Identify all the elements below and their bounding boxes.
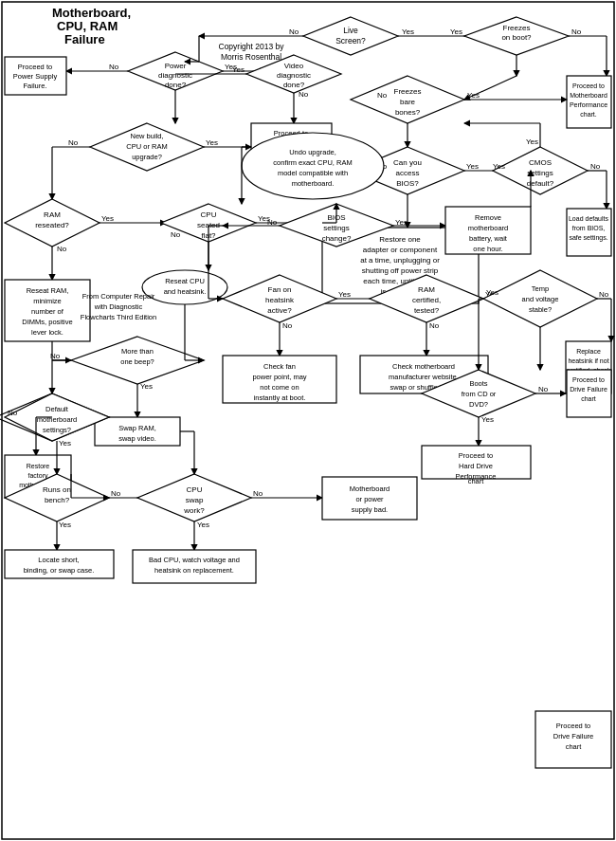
- svg-text:No: No: [429, 321, 440, 330]
- svg-text:No: No: [57, 245, 67, 253]
- svg-text:Replace: Replace: [576, 348, 601, 356]
- svg-text:done?: done?: [165, 81, 187, 89]
- svg-text:CPU: CPU: [187, 485, 203, 494]
- svg-text:No: No: [289, 27, 299, 36]
- svg-text:Yes: Yes: [467, 91, 480, 100]
- svg-text:minimize: minimize: [33, 297, 62, 305]
- svg-text:power point, may: power point, may: [252, 373, 306, 381]
- svg-text:Screen?: Screen?: [335, 36, 366, 46]
- svg-text:Bad CPU, watch voltage and: Bad CPU, watch voltage and: [149, 556, 240, 564]
- svg-text:motherboard: motherboard: [468, 224, 509, 232]
- svg-text:Proceed to: Proceed to: [572, 376, 605, 383]
- svg-text:bones?: bones?: [395, 108, 421, 117]
- svg-text:Load defaults: Load defaults: [569, 215, 609, 222]
- svg-text:No: No: [68, 138, 79, 147]
- svg-text:No: No: [377, 91, 388, 100]
- svg-text:No: No: [111, 489, 121, 498]
- svg-text:Yes: Yes: [481, 415, 494, 424]
- svg-text:Reseat RAM,: Reseat RAM,: [27, 286, 69, 295]
- svg-text:chart: chart: [468, 477, 485, 485]
- svg-text:Check motherboard: Check motherboard: [392, 362, 455, 371]
- svg-text:diagnostic: diagnostic: [277, 71, 311, 80]
- svg-text:From Computer Repair: From Computer Repair: [82, 292, 155, 301]
- svg-text:swap: swap: [186, 496, 204, 504]
- svg-text:Yes: Yes: [206, 138, 218, 147]
- svg-text:Freezes: Freezes: [503, 24, 531, 32]
- svg-text:No: No: [50, 352, 61, 360]
- svg-text:Boots: Boots: [469, 379, 487, 388]
- svg-text:Hard Drive: Hard Drive: [459, 462, 493, 470]
- svg-text:Yes: Yes: [140, 382, 153, 391]
- svg-text:Check fan: Check fan: [263, 362, 296, 371]
- flowchart-container: Motherboard, CPU, RAM Failure Copyright …: [0, 0, 616, 841]
- svg-text:diagnostic: diagnostic: [158, 71, 192, 80]
- svg-text:CMOS: CMOS: [529, 158, 552, 167]
- svg-text:Video: Video: [284, 62, 304, 70]
- svg-text:Live: Live: [343, 26, 358, 35]
- svg-text:No: No: [171, 230, 181, 239]
- svg-text:DVD?: DVD?: [469, 400, 488, 409]
- svg-text:factory: factory: [27, 472, 48, 480]
- svg-text:No: No: [299, 90, 309, 99]
- svg-text:No: No: [538, 385, 549, 393]
- svg-text:Proceed to: Proceed to: [18, 63, 52, 71]
- svg-text:Restore one: Restore one: [379, 235, 421, 244]
- svg-text:settings: settings: [323, 224, 350, 232]
- svg-text:Failure.: Failure.: [23, 82, 46, 90]
- svg-text:heatsink: heatsink: [265, 296, 295, 304]
- svg-text:heatsink on replacement.: heatsink on replacement.: [154, 566, 234, 575]
- svg-text:Yes: Yes: [486, 288, 498, 297]
- svg-text:Temp: Temp: [532, 284, 549, 293]
- svg-text:More than: More than: [121, 347, 154, 356]
- svg-text:and voltage: and voltage: [522, 295, 559, 303]
- svg-text:confirm  exact CPU, RAM: confirm exact CPU, RAM: [273, 158, 352, 167]
- svg-text:CPU or RAM: CPU or RAM: [126, 142, 167, 151]
- svg-text:DIMMs, positive: DIMMs, positive: [22, 318, 72, 326]
- svg-text:Locate short,: Locate short,: [38, 556, 79, 564]
- svg-text:Default: Default: [45, 405, 69, 413]
- svg-text:Flowcharts Third Edition: Flowcharts Third Edition: [81, 313, 156, 321]
- svg-text:Drive Failure: Drive Failure: [553, 732, 594, 740]
- svg-text:certified,: certified,: [412, 296, 441, 304]
- svg-text:Runs on: Runs on: [43, 485, 71, 494]
- svg-text:Yes: Yes: [466, 162, 479, 171]
- svg-text:Power: Power: [165, 62, 187, 70]
- svg-text:swap video.: swap video.: [118, 434, 156, 443]
- svg-text:Yes: Yes: [493, 162, 505, 171]
- svg-text:with Diagnostic: with Diagnostic: [94, 302, 143, 311]
- svg-text:from BIOS,: from BIOS,: [572, 225, 606, 231]
- svg-text:Yes: Yes: [402, 27, 414, 36]
- svg-text:model compatible with: model compatible with: [278, 169, 348, 177]
- svg-text:Motherboard: Motherboard: [350, 484, 390, 493]
- svg-text:active?: active?: [267, 306, 292, 315]
- chart-title: Motherboard,: [52, 6, 131, 20]
- svg-text:instantly at boot.: instantly at boot.: [254, 393, 306, 402]
- svg-text:No: No: [590, 162, 601, 171]
- svg-text:bare: bare: [400, 98, 416, 106]
- svg-text:Fan on: Fan on: [268, 285, 292, 294]
- svg-text:work?: work?: [183, 506, 205, 515]
- svg-text:safe settings.: safe settings.: [569, 234, 607, 242]
- svg-text:Yes: Yes: [526, 137, 538, 146]
- svg-text:Proceed to: Proceed to: [556, 722, 590, 730]
- svg-text:Performance: Performance: [570, 101, 607, 108]
- svg-text:New build,: New build,: [130, 132, 163, 140]
- svg-text:CPU, RAM: CPU, RAM: [57, 19, 118, 33]
- svg-text:one beep?: one beep?: [120, 357, 154, 366]
- svg-text:chart: chart: [581, 395, 596, 402]
- svg-text:Proceed to: Proceed to: [459, 451, 493, 460]
- svg-text:RAM: RAM: [418, 285, 435, 294]
- svg-text:shutting off power strip: shutting off power strip: [362, 266, 439, 275]
- svg-text:upgrade?: upgrade?: [132, 153, 162, 161]
- svg-text:adapter or component: adapter or component: [363, 246, 438, 254]
- svg-text:Freezes: Freezes: [394, 87, 422, 96]
- svg-text:tested?: tested?: [414, 306, 440, 315]
- svg-text:motherboard.: motherboard.: [292, 179, 335, 188]
- svg-text:supply bad.: supply bad.: [352, 505, 388, 514]
- svg-text:on boot?: on boot?: [501, 33, 532, 42]
- svg-text:stable?: stable?: [529, 305, 552, 314]
- svg-text:Yes: Yes: [450, 27, 462, 36]
- svg-text:No: No: [599, 290, 609, 299]
- svg-text:binding, or swap case.: binding, or swap case.: [24, 566, 95, 575]
- svg-text:Failure: Failure: [64, 32, 105, 46]
